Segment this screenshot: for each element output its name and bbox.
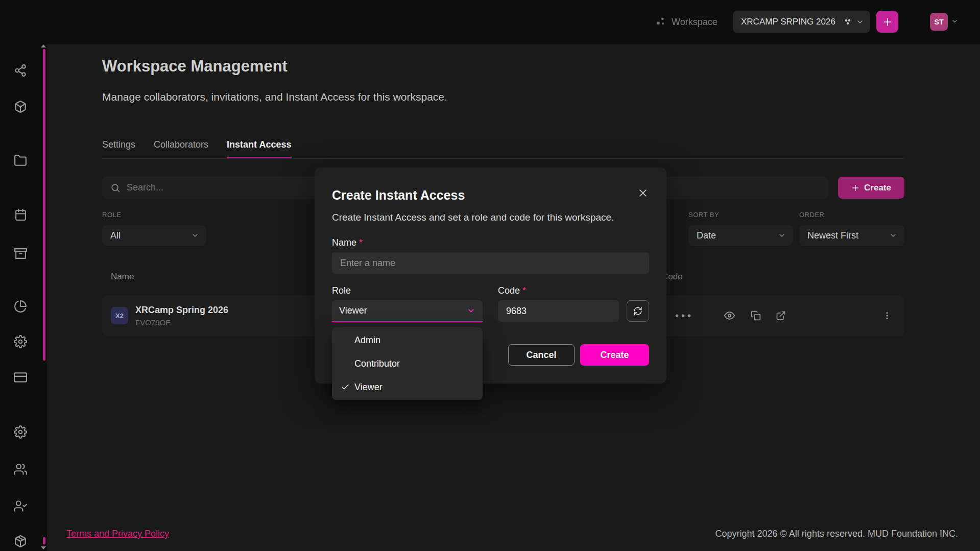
role-filter-select[interactable]: All: [102, 225, 206, 246]
modal-create-button[interactable]: Create: [580, 344, 649, 366]
role-filter-label: ROLE: [102, 211, 121, 219]
role-option-viewer[interactable]: Viewer: [332, 375, 483, 399]
role-option-contributor[interactable]: Contributor: [332, 352, 483, 375]
close-icon: [638, 188, 648, 198]
gear-icon: [14, 425, 27, 439]
tabs-divider: [102, 158, 904, 159]
card-icon: [14, 371, 27, 384]
masked-code: •••: [675, 310, 694, 322]
team-icon: [844, 18, 852, 26]
refresh-icon: [633, 306, 642, 316]
user-check-icon: [14, 499, 27, 513]
sidebar-item-roles[interactable]: [13, 498, 28, 514]
open-link-button[interactable]: [776, 310, 786, 321]
instant-access-id: FVO79OE: [135, 318, 228, 327]
sidebar-item-packages[interactable]: [13, 534, 28, 549]
name-input[interactable]: [332, 252, 649, 274]
new-workspace-button[interactable]: [876, 11, 898, 33]
chevron-down-icon: [778, 231, 786, 239]
tab-collaborators[interactable]: Collaborators: [154, 139, 208, 158]
sidebar-scrollbar-thumb[interactable]: [43, 537, 45, 544]
role-option-label: Contributor: [354, 358, 400, 369]
order-value: Newest First: [807, 230, 858, 241]
calendar-icon: [14, 208, 27, 221]
name-label-text: Name: [332, 237, 356, 248]
check-icon: [341, 382, 350, 392]
sidebar-item-assets[interactable]: [13, 99, 28, 114]
copy-icon: [751, 310, 761, 321]
avatar: X2: [111, 307, 128, 324]
workspace-selector[interactable]: XRCAMP SRPING 2026: [733, 11, 870, 33]
tab-settings[interactable]: Settings: [102, 139, 135, 158]
user-avatar[interactable]: ST: [930, 13, 948, 31]
terms-privacy-link[interactable]: Terms and Privacy Policy: [66, 529, 169, 539]
sidebar-item-archive[interactable]: [13, 246, 28, 261]
topbar: Workspace XRCAMP SRPING 2026 ST: [0, 0, 980, 44]
sidebar-item-projects[interactable]: [13, 153, 28, 168]
workspace-label: Workspace: [672, 17, 718, 28]
role-filter-value: All: [110, 230, 121, 241]
chevron-down-icon: [191, 231, 199, 239]
user-menu-chevron-icon[interactable]: [951, 17, 959, 27]
page-subtitle: Manage collaborators, invitations, and I…: [102, 91, 447, 103]
sidebar-item-analytics[interactable]: [13, 299, 28, 314]
check-spacer: [341, 359, 350, 368]
show-code-button[interactable]: [724, 310, 735, 321]
eye-icon: [724, 310, 735, 321]
copyright-text: Copyright 2026 © All rights reserved. MU…: [715, 529, 958, 539]
required-asterisk: *: [359, 237, 363, 248]
role-option-label: Viewer: [354, 382, 383, 393]
role-dropdown-menu: Admin Contributor Viewer: [332, 327, 483, 400]
close-modal-button[interactable]: [637, 187, 649, 201]
search-icon: [110, 183, 121, 193]
order-filter-label: ORDER: [799, 211, 824, 219]
tab-bar: Settings Collaborators Instant Access: [102, 139, 310, 158]
sort-by-value: Date: [697, 230, 716, 241]
row-menu-button[interactable]: [882, 311, 892, 320]
sidebar-item-settings[interactable]: [13, 334, 28, 349]
plus-icon: [851, 184, 859, 192]
scroll-up-arrow[interactable]: [41, 44, 46, 47]
instant-access-name: XRCamp Spring 2026: [135, 305, 228, 316]
regenerate-code-button[interactable]: [627, 300, 649, 322]
kebab-menu-icon: [882, 311, 892, 320]
page-title: Workspace Management: [102, 57, 288, 76]
sidebar-item-calendar[interactable]: [13, 207, 28, 222]
sidebar-item-network[interactable]: [13, 63, 28, 78]
role-option-label: Admin: [354, 335, 380, 346]
workspace-cluster-icon: [655, 16, 666, 29]
scroll-down-arrow[interactable]: [41, 546, 46, 549]
archive-icon: [14, 247, 27, 260]
order-select[interactable]: Newest First: [799, 225, 904, 246]
role-field-label: Role: [332, 285, 483, 296]
sidebar-scrollbar-thumb[interactable]: [43, 49, 45, 361]
cancel-button[interactable]: Cancel: [508, 344, 575, 366]
copy-code-button[interactable]: [751, 310, 761, 321]
create-button-label: Create: [864, 183, 891, 193]
code-field-label: Code*: [498, 285, 649, 296]
sidebar-item-billing[interactable]: [13, 370, 28, 385]
workspace-selector-value: XRCAMP SRPING 2026: [741, 17, 840, 27]
sidebar-item-preferences[interactable]: [13, 424, 28, 440]
sidebar-item-users[interactable]: [13, 462, 28, 477]
chevron-down-icon: [856, 18, 864, 26]
network-icon: [14, 64, 27, 77]
cube-icon: [14, 100, 27, 113]
create-instant-access-button[interactable]: Create: [838, 177, 904, 199]
modal-description: Create Instant Access and set a role and…: [332, 211, 649, 224]
role-select-value: Viewer: [339, 305, 367, 316]
role-option-admin[interactable]: Admin: [332, 328, 483, 352]
tab-instant-access[interactable]: Instant Access: [227, 139, 291, 158]
modal-title: Create Instant Access: [332, 187, 465, 203]
package-icon: [14, 535, 27, 548]
users-icon: [14, 463, 27, 476]
chevron-down-icon: [467, 306, 475, 315]
check-spacer: [341, 336, 350, 345]
code-input[interactable]: [498, 300, 619, 322]
code-label-text: Code: [498, 285, 520, 296]
folder-icon: [14, 154, 27, 167]
sidebar: [0, 0, 47, 551]
role-select[interactable]: Viewer: [332, 300, 483, 322]
sort-by-select[interactable]: Date: [688, 225, 793, 246]
plus-icon: [882, 17, 893, 27]
